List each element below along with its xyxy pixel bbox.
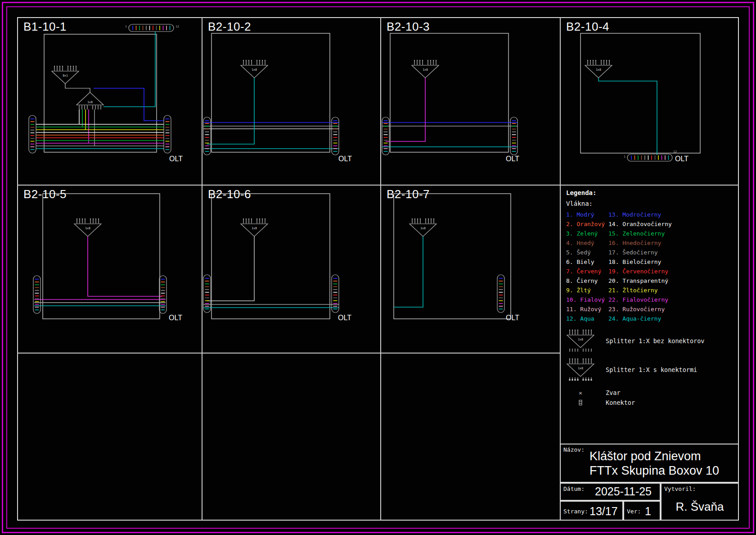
- aqua-fiber-route: [104, 32, 155, 107]
- legend-fiber-item: 14. Oranžovočierny: [608, 219, 672, 229]
- legend-fiber-item: 4. Hnedý: [566, 238, 608, 248]
- panel-drawing: 1x8: [202, 17, 380, 185]
- svg-text:1x8: 1x8: [87, 100, 93, 104]
- splitter-icon: 8x1: [52, 66, 79, 84]
- legend-title: Legenda:: [566, 189, 739, 196]
- ver-label: Ver:: [627, 508, 641, 515]
- aqua-fiber-route: [207, 78, 254, 144]
- olt-label: OLT: [338, 155, 352, 163]
- panel-title: B2-10-7: [387, 187, 430, 201]
- panel-title: B2-10-3: [387, 20, 430, 34]
- drawing-sheet: 1 12 8x1 1x8 B1-10-1 OLT 1x8: [0, 0, 756, 535]
- fiber-loop-left: [203, 275, 211, 313]
- vytvoril-label: Vytvoril:: [664, 485, 696, 492]
- legend-fiber-item: 17. Šedočierny: [608, 248, 672, 257]
- panel-title: B2-10-5: [23, 187, 67, 201]
- svg-text:8x1: 8x1: [63, 74, 68, 77]
- konektor-icon: [578, 399, 583, 406]
- olt-label: OLT: [506, 314, 519, 322]
- splitter-icon: 1x8: [74, 218, 101, 236]
- distribution-box-outline: [212, 33, 330, 152]
- panel-drawing: 1x8: [380, 17, 560, 185]
- splitter-icon: 1x8: [585, 60, 612, 78]
- splitter-with-connectors-icon: 1x8: [566, 358, 595, 381]
- violet-fiber-route: [88, 236, 162, 296]
- ribbon-end-number: 12: [673, 150, 677, 154]
- olt-label: OLT: [169, 314, 182, 322]
- legend-fiber-item: 7. Červený: [566, 267, 608, 276]
- datum-label: Dátum:: [563, 485, 585, 492]
- titleblock-strany-box: Strany: 13/17: [560, 501, 623, 521]
- legend-splitter1-label: Splitter 1:X bez konektorov: [606, 337, 704, 345]
- panel-title: B2-10-4: [566, 20, 609, 34]
- panel-drawing: 1x8: [202, 185, 380, 353]
- legend-konektor-label: Konektor: [606, 399, 635, 406]
- distribution-box-outline: [394, 194, 511, 319]
- splitter-icon: 1x8: [241, 218, 268, 236]
- legend-row-konektor: Konektor: [566, 399, 739, 406]
- svg-text:1x8: 1x8: [578, 367, 583, 370]
- ribbon-start-number: 1: [125, 25, 127, 28]
- splitter-icon: 1x8: [412, 60, 439, 78]
- legend-fiber-item: 10. Fialový: [566, 295, 608, 304]
- fiber-ribbon-connector: 1 12: [624, 150, 677, 161]
- panel-drawing: 1x8: [17, 185, 202, 353]
- titleblock-datum-box: Dátum: 2025-11-25: [560, 483, 661, 501]
- panel-drawing: 1x8 1 12: [560, 17, 739, 185]
- ver-value: 1: [645, 505, 651, 518]
- white-fiber-route: [207, 236, 254, 301]
- legend-fiber-item: 24. Aqua-čierny: [608, 314, 672, 323]
- legend-fiber-item: 2. Oranžový: [566, 219, 608, 229]
- legend-fiber-item: 1. Modrý: [566, 210, 608, 219]
- panel-title: B1-10-1: [23, 20, 67, 34]
- svg-text:1x8: 1x8: [423, 68, 428, 72]
- olt-label: OLT: [675, 155, 688, 163]
- fiber-loop-right: [497, 275, 504, 313]
- nazov-label: Názov:: [563, 446, 585, 453]
- project-title-line2: FTTx Skupina Boxov 10: [590, 463, 719, 478]
- legend-fiber-item: 9. Žltý: [566, 286, 608, 295]
- panel-b2-10-6: 1x8 B2-10-6 OLT: [202, 185, 380, 353]
- splitter-icon: 1x8: [241, 60, 268, 78]
- strany-label: Strany:: [563, 508, 588, 515]
- legend-fiber-item: 15. Zelenočierny: [608, 229, 672, 238]
- fiber-loop-left: [29, 115, 36, 153]
- legend-fiber-item: 13. Modročierny: [608, 210, 672, 219]
- legend-zvar-label: Zvar: [606, 389, 621, 396]
- titleblock-ver-box: Ver: 1: [623, 501, 661, 521]
- legend-fiber-item: 6. Biely: [566, 257, 608, 267]
- legend-fiber-item: 5. Šedý: [566, 248, 608, 257]
- panel-b2-10-4: 1x8 1 12 B2-10-4 OLT: [560, 17, 739, 185]
- fiber-loop-left: [33, 276, 40, 313]
- panel-b2-10-3: 1x8 B2-10-3 OLT: [380, 17, 560, 185]
- panel-b2-10-7: 1x8 B2-10-7 OLT: [380, 185, 560, 353]
- legend-fiber-item: 3. Zelený: [566, 229, 608, 238]
- distribution-box-outline: [43, 194, 160, 319]
- svg-text:1x8: 1x8: [252, 68, 257, 72]
- svg-text:1x8: 1x8: [252, 227, 257, 230]
- legend-subtitle: Vlákna:: [566, 200, 739, 207]
- svg-text:1x8: 1x8: [420, 227, 426, 230]
- distribution-box-outline: [212, 194, 330, 319]
- legend-fiber-item: 16. Hnedočierny: [608, 238, 672, 248]
- fiber-loop-right: [164, 115, 171, 153]
- fiber-bundle: [36, 124, 164, 149]
- aqua-fiber-route: [394, 236, 423, 307]
- splitter-icon: 1x8: [410, 218, 436, 236]
- zvar-icon: ×: [566, 390, 595, 396]
- legend-row-zvar: × Zvar: [566, 389, 739, 396]
- legend-fiber-item: 20. Transparentný: [608, 276, 672, 286]
- svg-text:1x8: 1x8: [85, 227, 90, 230]
- svg-text:1x8: 1x8: [596, 68, 601, 72]
- legend-fiber-item: 19. Červenočierny: [608, 267, 672, 276]
- legend-fiber-item: 21. Žltočierny: [608, 286, 672, 295]
- legend-fibers-col-b: 13. Modročierny14. Oranžovočierny15. Zel…: [608, 210, 672, 323]
- splitter-no-connectors-icon: 1x8: [566, 330, 595, 352]
- titleblock-vytvoril-box: Vytvoril: R. Švaňa: [661, 483, 739, 521]
- distribution-box-outline: [44, 34, 157, 152]
- fiber-ribbon-connector: 1 12: [125, 24, 179, 32]
- titleblock-nazov-box: Názov: Kláštor pod Znievom FTTx Skupina …: [560, 444, 739, 483]
- violet-fiber-route: [386, 78, 425, 141]
- panel-b1-10-1: 1 12 8x1 1x8 B1-10-1 OLT: [17, 17, 202, 185]
- legend-fiber-item: 8. Čierny: [566, 276, 608, 286]
